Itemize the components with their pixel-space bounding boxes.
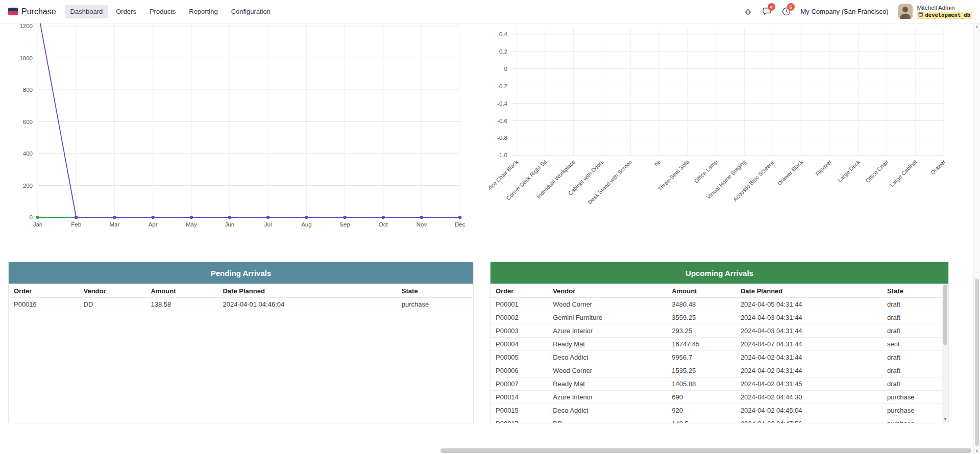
y-tick-label: 600: [23, 119, 33, 125]
x-tick-label: Flipover: [814, 159, 832, 177]
x-tick-label: Large Desk: [837, 159, 862, 184]
table-row[interactable]: P00007Ready Mat1405.882024-04-02 04:31:4…: [491, 377, 948, 391]
menu-item-orders[interactable]: Orders: [110, 5, 142, 18]
cell-state: purchase: [882, 404, 948, 417]
company-switcher[interactable]: My Company (San Francisco): [801, 8, 889, 15]
x-tick-label: Dec: [455, 221, 465, 228]
x-tick-label: Large Cabinet: [889, 159, 918, 188]
cell-amount: 16747.45: [667, 338, 736, 351]
data-point: [228, 216, 231, 219]
cell-amount: 9956.7: [667, 351, 736, 364]
cell-date-planned: 2024-04-02 04:31:45: [736, 377, 882, 391]
activities-button[interactable]: 5: [781, 7, 791, 16]
upcoming-table-scrollbar[interactable]: ▼: [942, 284, 948, 423]
purchase-app-icon[interactable]: [8, 8, 18, 15]
y-tick-label: 0: [30, 214, 33, 220]
cell-vendor: Gemini Furniture: [548, 311, 667, 324]
data-point: [458, 216, 461, 219]
table-row[interactable]: P00015Deco Addict9202024-04-02 04:45:04p…: [491, 404, 948, 417]
pending-arrivals-title: Pending Arrivals: [9, 262, 473, 284]
cell-amount: 293.25: [667, 324, 736, 338]
table-row[interactable]: P00004Ready Mat16747.452024-04-07 04:31:…: [491, 338, 948, 351]
cell-vendor: Ready Mat: [548, 377, 667, 391]
cell-order: P00007: [491, 377, 548, 391]
scroll-down-arrow[interactable]: ▼: [974, 449, 980, 453]
y-tick-label: 0.2: [499, 48, 507, 55]
scrollbar-thumb[interactable]: [975, 279, 979, 446]
app-name[interactable]: Purchase: [21, 7, 56, 16]
debug-button[interactable]: [744, 7, 752, 16]
cell-amount: 140.5: [667, 417, 736, 424]
table-row[interactable]: P00016DD138.582024-04-01 04:46:04purchas…: [9, 298, 473, 311]
table-row[interactable]: P00001Wood Corner3480.482024-04-05 04:31…: [491, 298, 948, 311]
table-row[interactable]: P00014Azure Interior6902024-04-02 04:44:…: [491, 391, 948, 404]
user-name: Mitchell Admin: [917, 4, 954, 12]
cell-amount: 3559.25: [667, 311, 736, 324]
x-tick-label: Feb: [71, 221, 81, 228]
cell-order: P00003: [491, 324, 548, 338]
scrollbar-thumb[interactable]: [440, 448, 971, 453]
menu-item-reporting[interactable]: Reporting: [183, 5, 223, 18]
data-point: [382, 216, 385, 219]
data-point: [305, 216, 308, 219]
x-tick-label: Sep: [339, 221, 350, 228]
table-row[interactable]: P00003Azure Interior293.252024-04-03 04:…: [491, 324, 948, 338]
menu-item-products[interactable]: Products: [144, 5, 181, 18]
x-tick-label: Jun: [225, 221, 235, 228]
column-header-date-planned: Date Planned: [217, 284, 396, 298]
user-avatar: [898, 4, 913, 19]
product-comparison-chart: 0.40.20-0.2-0.4-0.6-0.8-1.0Office Chair …: [489, 23, 951, 258]
page-horizontal-scrollbar[interactable]: [0, 447, 973, 454]
upcoming-arrivals-table: OrderVendorAmountDate PlannedState P0000…: [491, 284, 948, 423]
cell-date-planned: 2024-04-02 04:31:44: [736, 351, 882, 364]
top-navbar: Purchase DashboardOrdersProductsReportin…: [0, 0, 980, 23]
user-menu[interactable]: Mitchell Admin development_db: [898, 4, 972, 19]
cell-vendor: Deco Addict: [548, 404, 667, 417]
x-tick-label: he: [653, 159, 662, 167]
menu-item-configuration[interactable]: Configuration: [226, 5, 276, 18]
x-tick-label: Jul: [264, 221, 272, 228]
column-header-order: Order: [491, 284, 548, 298]
cell-amount: 3480.48: [667, 298, 736, 311]
data-point: [75, 216, 78, 219]
cell-state: purchase: [882, 417, 948, 424]
y-tick-label: 1000: [19, 55, 33, 61]
activities-count-badge: 5: [787, 3, 795, 11]
upcoming-arrivals-panel: Upcoming Arrivals OrderVendorAmountDate …: [490, 262, 949, 423]
monthly-purchases-chart-svg: 020040060080010001200JanFebMarAprMayJunJ…: [6, 23, 465, 256]
cell-order: P00015: [491, 404, 548, 417]
scroll-down-arrow[interactable]: ▼: [942, 415, 948, 423]
cell-vendor: Azure Interior: [548, 324, 667, 338]
cell-date-planned: 2024-04-02 04:47:56: [736, 417, 882, 424]
menu-item-dashboard[interactable]: Dashboard: [65, 5, 109, 18]
cell-state: draft: [882, 377, 948, 391]
cell-date-planned: 2024-04-07 04:31:44: [736, 338, 882, 351]
arrivals-panels: Pending Arrivals OrderVendorAmountDate P…: [0, 262, 980, 423]
cell-order: P00006: [491, 364, 548, 377]
table-header-row: OrderVendorAmountDate PlannedState: [491, 284, 948, 298]
messages-count-badge: 4: [768, 3, 775, 11]
messages-button[interactable]: 4: [762, 7, 772, 16]
x-tick-label: Jan: [33, 221, 43, 228]
cell-date-planned: 2024-04-02 04:45:04: [736, 404, 882, 417]
scroll-up-arrow[interactable]: ▲: [974, 24, 980, 28]
table-row[interactable]: P00006Wood Corner1535.252024-04-02 04:31…: [491, 364, 948, 377]
page-vertical-scrollbar[interactable]: ▲ ▼: [973, 23, 980, 454]
table-row[interactable]: P00005Deco Addict9956.72024-04-02 04:31:…: [491, 351, 948, 364]
table-row[interactable]: P00002Gemini Furniture3559.252024-04-03 …: [491, 311, 948, 324]
cell-date-planned: 2024-04-03 04:31:44: [736, 311, 882, 324]
table-row[interactable]: P00017DD140.52024-04-02 04:47:56purchase: [491, 417, 948, 424]
scrollbar-thumb[interactable]: [943, 285, 947, 345]
product-comparison-chart-svg: 0.40.20-0.2-0.4-0.6-0.8-1.0Office Chair …: [489, 23, 951, 256]
database-name: development_db: [925, 12, 970, 19]
cell-amount: 138.58: [145, 298, 217, 311]
cell-date-planned: 2024-04-02 04:31:44: [736, 364, 882, 377]
y-tick-label: 800: [23, 87, 33, 93]
cell-state: draft: [882, 324, 948, 338]
cell-state: draft: [882, 298, 948, 311]
cell-order: P00001: [491, 298, 548, 311]
data-point: [190, 216, 193, 219]
database-badge: development_db: [917, 12, 972, 19]
cell-order: P00004: [491, 338, 548, 351]
x-tick-label: Aug: [301, 221, 311, 228]
